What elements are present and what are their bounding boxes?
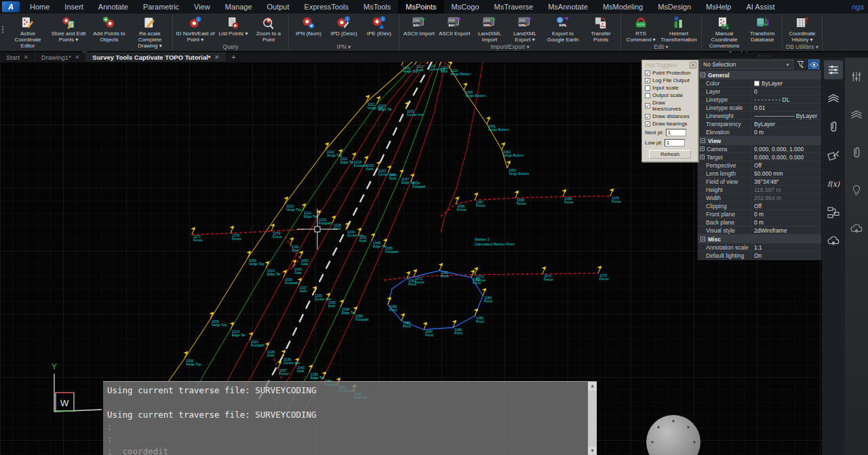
menu-tab-manage[interactable]: Manage [218, 0, 260, 14]
document-tab-survey-tools-captivate-topo-tutorial[interactable]: Survey Tools Captivate TOPO Tutorial*✕ [86, 52, 226, 62]
survey-point[interactable]: 1004Verge Top [247, 251, 264, 266]
expand-icon[interactable]: + [700, 146, 705, 151]
survey-point[interactable]: 1026Kerb [332, 216, 342, 231]
property-row-width[interactable]: Width202.964 m [698, 194, 821, 202]
render-materials-icon[interactable] [824, 146, 843, 165]
scroll-down-icon[interactable]: ▼ [588, 447, 597, 455]
toggle-draw-lines-curves[interactable]: ✓Draw lines/curves [642, 99, 698, 113]
property-value[interactable]: ByLayer [751, 79, 821, 87]
property-value[interactable]: 38°34'48" [751, 178, 821, 185]
survey-point[interactable]: 1056Footpath [353, 306, 369, 321]
property-row-color[interactable]: ColorByLayer [698, 79, 821, 87]
next-pt-input[interactable] [666, 129, 686, 136]
property-row-visual-style[interactable]: Visual style2dWireframe [698, 226, 821, 235]
property-value[interactable]: 0.01 [751, 104, 821, 111]
property-value[interactable]: 202.964 m [751, 194, 821, 201]
property-row-field-of-view[interactable]: Field of view38°34'48" [698, 178, 821, 186]
survey-point[interactable]: 1027Kerb [298, 278, 308, 293]
expression-fx-icon[interactable]: f(x) [824, 174, 843, 193]
property-row-linetype[interactable]: Linetype- - - - - - - - DL [698, 96, 821, 104]
collapse-icon[interactable]: − [701, 237, 705, 241]
ribbon-group-label[interactable]: IPN ▾ [291, 43, 397, 51]
property-value[interactable]: On [751, 252, 821, 259]
survey-point[interactable]: 1050Edge Tar [309, 365, 325, 380]
section-header-misc[interactable]: −Misc [698, 235, 821, 243]
survey-point[interactable]: 1005Verge Top [210, 312, 227, 327]
ribbon-button-zoom-point[interactable]: Zoom to a Point [251, 14, 286, 43]
ribbon-button-coordinate-history[interactable]: Coordinate History ▾ [785, 14, 820, 43]
ribbon-button-kml-export[interactable]: KMLExport to Google Earth [542, 14, 583, 43]
menu-tab-expresstools[interactable]: ExpressTools [297, 0, 356, 14]
property-value[interactable]: 118.587 m [751, 186, 821, 193]
checkbox-icon[interactable]: ✓ [645, 114, 650, 119]
ribbon-button-transform-database[interactable]: Transform Database [745, 14, 780, 43]
toggle-output-scale[interactable]: Output scale [642, 92, 698, 99]
property-row-linetype-scale[interactable]: Linetype scale0.01 [698, 104, 821, 112]
ribbon-button-landxml-export[interactable]: XMLLandXML Export ▾ [507, 14, 542, 43]
property-row-transparency[interactable]: TransparencyByLayer [698, 120, 821, 128]
ribbon-button-store-edit-points[interactable]: Store and Edit Points ▾ [48, 14, 89, 43]
navigation-sphere[interactable] [646, 415, 701, 455]
close-icon[interactable]: ✕ [75, 54, 80, 60]
close-icon[interactable]: ✕ [24, 54, 28, 60]
survey-point[interactable]: 1085Pond [474, 309, 484, 323]
property-value[interactable]: ——————— ByLayer [751, 112, 821, 119]
ribbon-button-coordinate-editor[interactable]: Active Coordinate Editor [7, 14, 48, 50]
survey-point[interactable]: 1054Footpath [410, 174, 426, 189]
property-value[interactable]: - - - - - - - - DL [751, 96, 821, 103]
ribbon-button-rts-command[interactable]: </>RTS Command ▾ [623, 14, 658, 43]
toggle-draw-bearings[interactable]: ✓Draw bearings [642, 120, 698, 127]
survey-point[interactable]: 1062Verge Bottom [501, 142, 524, 157]
cloud-upload-icon[interactable] [847, 219, 866, 238]
survey-point[interactable]: 1066Fence [455, 197, 467, 212]
ribbon-group-label[interactable]: Query [175, 43, 286, 51]
checkbox-icon[interactable]: ✓ [645, 103, 650, 108]
collapse-icon[interactable]: − [701, 73, 705, 77]
ribbon-drag-handle[interactable]: ••• [0, 14, 5, 51]
section-header-general[interactable]: −General [698, 71, 821, 79]
collapse-icon[interactable]: − [701, 138, 705, 143]
vertical-sliders-icon[interactable] [847, 67, 866, 86]
survey-point[interactable]: 1061Verge Bottom [486, 117, 509, 132]
survey-point[interactable]: 1069Fence [562, 189, 574, 204]
property-value[interactable]: 2dWireframe [751, 226, 821, 234]
new-tab-button[interactable]: + [226, 52, 241, 62]
property-value[interactable]: 0.000, 0.000, 1.000 [751, 145, 821, 153]
polyline-footpath-right[interactable] [302, 62, 446, 413]
ribbon-button-rescale-drawing[interactable]: Re-scale Complete Drawing ▾ [130, 14, 170, 50]
property-value[interactable]: 0 m [751, 128, 821, 136]
property-value[interactable]: 0 m [751, 210, 821, 218]
ribbon-button-transfer-points[interactable]: Transfer Points [583, 14, 618, 43]
property-row-front-plane[interactable]: Front plane0 m [698, 210, 821, 218]
property-value[interactable]: Off [751, 161, 821, 169]
menu-tab-output[interactable]: Output [260, 0, 297, 14]
survey-point[interactable]: 1011Edge Tar [338, 149, 355, 164]
survey-point[interactable]: 1070Fence [610, 189, 622, 203]
properties-sliders-icon[interactable] [824, 60, 843, 79]
survey-point[interactable]: 1010Edge Tar [376, 96, 393, 111]
layers-icon[interactable] [847, 105, 866, 124]
palette-grip-dots[interactable]: ···· [758, 52, 772, 60]
ribbon-button-ascii-import[interactable]: ASCASCII Import [401, 14, 437, 37]
property-row-lineweight[interactable]: Lineweight——————— ByLayer [698, 112, 821, 120]
survey-point[interactable]: 1084Pond [482, 288, 492, 303]
menu-tab-ai-assist[interactable]: AI Assist [738, 0, 782, 14]
property-row-elevation[interactable]: Elevation0 m [698, 128, 821, 136]
survey-point[interactable]: 1014Edge Tar [230, 322, 246, 337]
close-icon[interactable]: ✕ [215, 54, 220, 60]
document-tab-start[interactable]: Start✕ [0, 52, 35, 62]
polyline-pond-outline[interactable] [388, 271, 483, 330]
property-value[interactable]: 0 [751, 87, 821, 95]
property-row-layer[interactable]: Layer0 [698, 87, 821, 96]
polyline-road-centerline[interactable] [259, 62, 432, 399]
survey-point[interactable]: 1075Fence [597, 266, 610, 281]
polyline-fence-upper[interactable] [441, 196, 610, 216]
survey-point[interactable]: 1028Kerb [265, 342, 275, 357]
refresh-button[interactable]: Refresh [649, 150, 691, 159]
ribbon-group-label[interactable]: DB Utilities ▾ [785, 43, 820, 51]
survey-point[interactable]: 1068Fence [515, 191, 527, 205]
property-row-camera[interactable]: +Camera0.000, 0.000, 1.000 [698, 145, 821, 153]
toggle-log-file-output[interactable]: ✓Log File Output [642, 77, 698, 84]
ribbon-group-label[interactable]: Edit ▾ [623, 43, 699, 51]
property-row-back-plane[interactable]: Back plane0 m [698, 218, 821, 226]
